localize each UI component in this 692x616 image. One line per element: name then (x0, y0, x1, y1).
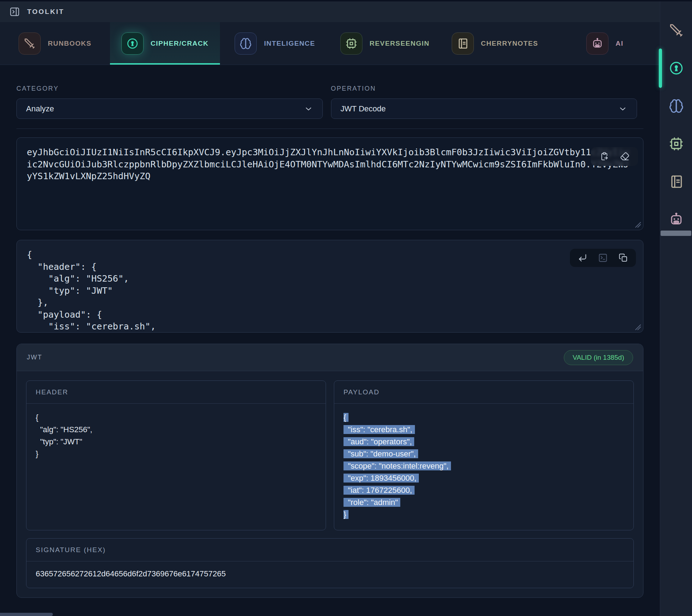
selected-text: { (344, 413, 348, 422)
selected-text: "iss": "cerebra.sh", (344, 425, 415, 434)
eraser-icon (620, 152, 630, 161)
selected-text: "scope": "notes:intel:reveng", (344, 461, 451, 470)
keyhole-icon (121, 32, 144, 55)
jwt-input-text: eyJhbGciOiJIUzI1NiIsInR5cCI6IkpXVCJ9.eyJ… (27, 146, 633, 182)
sword-icon (669, 23, 684, 38)
signature-box: SIGNATURE (HEX) 636572656272612d64656d6f… (26, 538, 634, 588)
jwt-card-body: HEADER { "alg": "HS256", "typ": "JWT" } … (17, 371, 643, 597)
resize-handle[interactable] (635, 222, 641, 228)
selected-text: "iat": 1767225600, (344, 486, 415, 495)
rail-item-ai[interactable] (669, 212, 684, 227)
chip-icon (340, 32, 362, 55)
decode-output-area[interactable]: { "header": { "alg": "HS256", "typ": "JW… (16, 240, 643, 333)
operation-label: OPERATION (331, 85, 637, 92)
selected-text: "exp": 1893456000, (344, 474, 419, 483)
horizontal-scrollbar-thumb[interactable] (0, 613, 53, 616)
tab-label: AI (616, 40, 623, 47)
tab-label: CHERRYNOTES (481, 40, 538, 47)
notebook-icon (669, 174, 684, 189)
clipboard-paste-icon (600, 152, 609, 161)
paste-button[interactable] (600, 152, 609, 161)
tab-cherrynotes[interactable]: CHERRYNOTES (440, 22, 550, 65)
send-to-input-button[interactable] (578, 253, 587, 263)
tab-inteligence[interactable]: INTELIGENCE (220, 22, 330, 65)
category-select[interactable]: Analyze (16, 99, 323, 119)
jwt-card-title: JWT (27, 354, 42, 361)
selected-text: } (344, 510, 348, 519)
category-value: Analyze (26, 104, 54, 113)
header-box-title: HEADER (26, 381, 326, 404)
tab-label: CIPHER/CRACK (151, 40, 209, 47)
tab-label: INTELIGENCE (264, 40, 315, 47)
category-label: CATEGORY (16, 85, 323, 92)
jwt-input-area[interactable]: eyJhbGciOiJIUzI1NiIsInR5cCI6IkpXVCJ9.eyJ… (16, 137, 643, 230)
main-column: TOOLKIT RUNBOOKS CIPHER/CRACK INTELIGENC… (0, 1, 660, 616)
chevron-down-icon (618, 104, 627, 113)
chip-icon (669, 136, 684, 151)
payload-box: PAYLOAD { "iss": "cerebra.sh", "aud": "o… (334, 380, 634, 530)
resize-handle[interactable] (635, 324, 641, 330)
jwt-card-header: JWT VALID (in 1385d) (17, 344, 643, 371)
tab-reverseengin[interactable]: REVERSEENGIN (330, 22, 440, 65)
tab-ai[interactable]: AI (550, 22, 660, 65)
keyhole-icon (669, 61, 684, 76)
validity-badge: VALID (in 1385d) (564, 350, 633, 365)
jwt-result-card: JWT VALID (in 1385d) HEADER { "alg": "HS… (16, 344, 643, 598)
tab-runbooks[interactable]: RUNBOOKS (0, 22, 110, 65)
brain-icon (669, 99, 684, 113)
rail-item-reverseengin[interactable] (669, 136, 684, 151)
rail-item-cipher[interactable] (669, 61, 684, 76)
input-toolbar (591, 147, 638, 166)
panel-toggle-icon[interactable] (9, 6, 20, 17)
active-tool-indicator (659, 49, 662, 88)
operation-form: CATEGORY Analyze OPERATION JWT Decode (16, 85, 637, 119)
operation-select[interactable]: JWT Decode (331, 99, 637, 119)
brain-icon (235, 32, 257, 55)
operation-value: JWT Decode (341, 104, 386, 113)
signature-box-title: SIGNATURE (HEX) (26, 539, 633, 561)
sword-icon (19, 32, 41, 55)
tab-label: REVERSEENGIN (370, 40, 430, 47)
copy-button[interactable] (618, 253, 628, 263)
terminal-button[interactable] (598, 253, 608, 263)
corner-down-left-icon (578, 253, 587, 263)
titlebar: TOOLKIT (0, 1, 660, 22)
payload-box-title: PAYLOAD (334, 381, 633, 404)
selected-text: "role": "admin" (344, 498, 400, 507)
payload-json: { "iss": "cerebra.sh", "aud": "operators… (334, 404, 633, 530)
clear-button[interactable] (620, 152, 630, 161)
decode-output-text: { "header": { "alg": "HS256", "typ": "JW… (27, 249, 633, 333)
app-title: TOOLKIT (27, 8, 64, 16)
signature-hex-value: 636572656272612d64656d6f2d7369676e617475… (36, 569, 624, 579)
notebook-icon (452, 32, 474, 55)
header-json: { "alg": "HS256", "typ": "JWT" } (36, 411, 316, 460)
app-window: TOOLKIT RUNBOOKS CIPHER/CRACK INTELIGENC… (0, 0, 692, 616)
selected-text: "aud": "operators", (344, 437, 414, 446)
output-toolbar (570, 249, 636, 267)
rail-scrollbar-thumb[interactable] (661, 231, 691, 236)
copy-icon (618, 253, 628, 263)
cipher-panel: CATEGORY Analyze OPERATION JWT Decode (0, 65, 660, 616)
rail-item-inteligence[interactable] (669, 99, 684, 113)
tab-bar: RUNBOOKS CIPHER/CRACK INTELIGENCE REVERS… (0, 22, 660, 65)
rail-item-cherrynotes[interactable] (669, 174, 684, 189)
robot-icon (586, 32, 608, 55)
rail-item-runbooks[interactable] (669, 23, 684, 38)
tab-label: RUNBOOKS (48, 40, 91, 47)
terminal-icon (598, 253, 608, 263)
selected-text: "sub": "demo-user", (344, 449, 418, 458)
chevron-down-icon (304, 104, 313, 113)
header-box: HEADER { "alg": "HS256", "typ": "JWT" } (26, 380, 326, 530)
form-divider (16, 128, 643, 129)
tab-cipher-crack[interactable]: CIPHER/CRACK (110, 22, 220, 65)
tool-rail (660, 1, 692, 616)
robot-icon (669, 212, 684, 227)
